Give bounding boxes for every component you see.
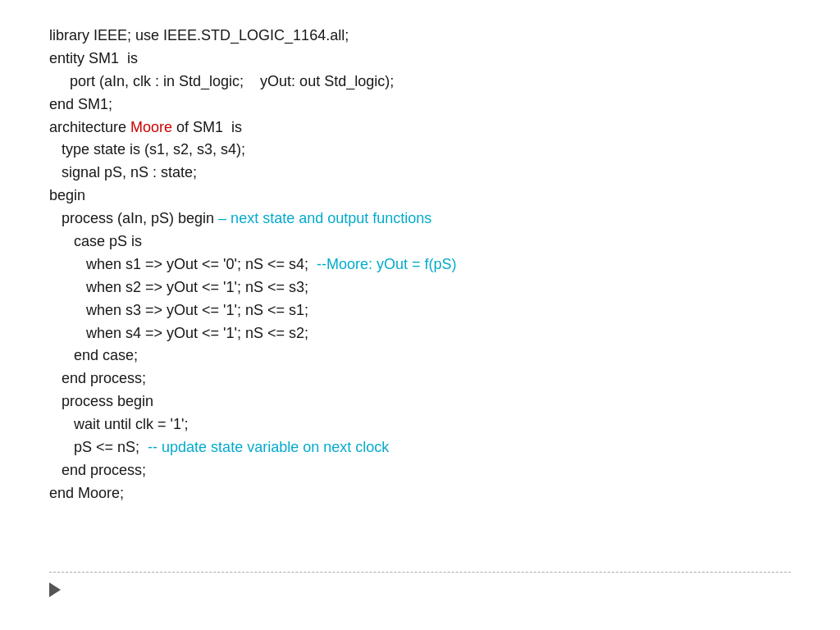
line9-cyan: – next state and output functions (218, 210, 431, 226)
code-line-10: case pS is (49, 231, 791, 253)
line5-red: Moore (130, 119, 172, 135)
code-line-4: end SM1; (49, 94, 791, 116)
bottom-area (49, 579, 791, 597)
code-line-15: end case; (49, 345, 791, 368)
code-line-13: when s3 => yOut <= '1'; nS <= s1; (49, 299, 791, 322)
code-line-21: end Moore; (49, 482, 791, 505)
code-line-1: library IEEE; use IEEE.STD_LOGIC_1164.al… (49, 25, 791, 48)
line19-pre: pS <= nS; (49, 439, 148, 455)
code-line-17: process begin (49, 390, 791, 413)
play-triangle-icon[interactable] (49, 582, 61, 597)
line11-cyan: --Moore: yOut = f(pS) (317, 256, 457, 272)
code-line-2: entity SM1 is (49, 48, 791, 71)
code-line-11: when s1 => yOut <= '0'; nS <= s4; --Moor… (49, 253, 791, 276)
code-line-8: begin (49, 185, 791, 208)
line9-pre: process (aIn, pS) begin (49, 210, 218, 226)
code-line-12: when s2 => yOut <= '1'; nS <= s3; (49, 276, 791, 299)
code-line-5: architecture Moore of SM1 is (49, 116, 791, 139)
slide-container: library IEEE; use IEEE.STD_LOGIC_1164.al… (0, 0, 840, 630)
code-block: library IEEE; use IEEE.STD_LOGIC_1164.al… (49, 25, 791, 564)
code-line-20: end process; (49, 459, 791, 482)
line19-cyan: -- update state variable on next clock (148, 439, 389, 455)
code-line-19: pS <= nS; -- update state variable on ne… (49, 436, 791, 459)
code-line-9: process (aIn, pS) begin – next state and… (49, 208, 791, 231)
line11-pre: when s1 => yOut <= '0'; nS <= s4; (49, 256, 317, 272)
code-line-18: wait until clk = '1'; (49, 413, 791, 436)
code-line-7: signal pS, nS : state; (49, 162, 791, 185)
line5-pre: architecture (49, 119, 130, 135)
code-line-6: type state is (s1, s2, s3, s4); (49, 139, 791, 162)
code-line-3: port (aIn, clk : in Std_logic; yOut: out… (49, 71, 791, 94)
code-line-16: end process; (49, 368, 791, 390)
code-line-14: when s4 => yOut <= '1'; nS <= s2; (49, 322, 791, 345)
slide-divider (49, 572, 791, 573)
line5-post: of SM1 is (172, 119, 242, 135)
